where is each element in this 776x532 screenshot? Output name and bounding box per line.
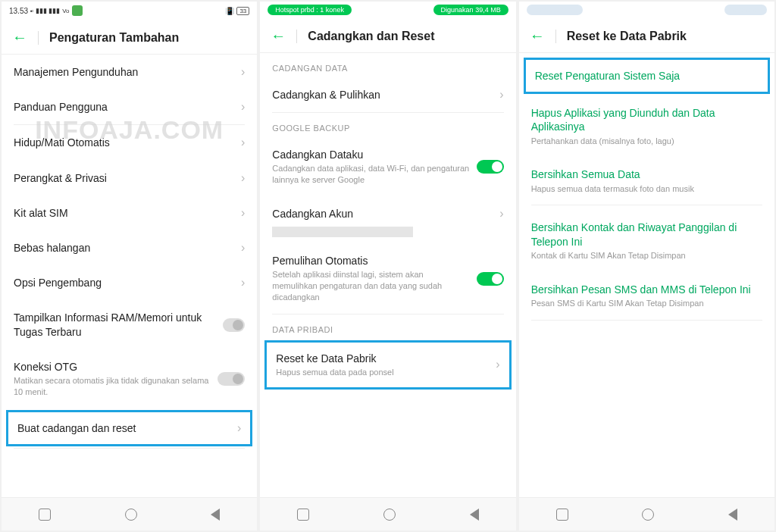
row-label: Hapus Aplikasi yang Diunduh dan Data Apl…: [531, 106, 756, 133]
header-divider: [555, 30, 556, 43]
pill-hotspot[interactable]: Hotspot prbd : 1 konek: [268, 5, 352, 15]
nav-recents-icon[interactable]: [39, 509, 51, 521]
row-label: Tampilkan Informasi RAM/Memori untuk Tug…: [14, 311, 223, 338]
section-private-data: DATA PRIBADI: [260, 315, 515, 339]
header-divider: [296, 30, 297, 43]
row-backup-reset[interactable]: Buat cadangan dan reset ›: [8, 412, 250, 444]
row-label: Hidup/Mati Otomatis: [14, 136, 110, 149]
row-label: Reset Pengaturan Sistem Saja: [535, 69, 680, 83]
row-sublabel: Matikan secara otomatis jika tidak digun…: [14, 375, 211, 398]
nav-recents-icon[interactable]: [556, 509, 568, 521]
status-pills: Hotspot prbd : 1 konek Digunakan 39,4 MB: [260, 2, 515, 18]
chevron-right-icon: ›: [241, 136, 245, 149]
section-backup-data: CADANGAN DATA: [260, 53, 515, 77]
row-label: Manajemen Pengunduhan: [14, 65, 138, 79]
header: ← Reset ke Data Pabrik: [519, 18, 774, 52]
row-erase-downloaded-apps[interactable]: Hapus Aplikasi yang Diunduh dan Data Apl…: [519, 95, 774, 157]
row-erase-contacts[interactable]: Bersihkan Kontak dan Riwayat Panggilan d…: [519, 205, 774, 271]
header: ← Cadangkan dan Reset: [260, 18, 515, 52]
row-device-privacy[interactable]: Perangkat & Privasi ›: [2, 161, 257, 196]
row-developer-options[interactable]: Opsi Pengembang ›: [2, 265, 257, 300]
row-label: Kit alat SIM: [14, 206, 68, 220]
header: ← Pengaturan Tambahan: [2, 20, 257, 54]
back-arrow-icon[interactable]: ←: [271, 27, 286, 45]
nav-recents-icon[interactable]: [297, 509, 309, 521]
row-sim-toolkit[interactable]: Kit alat SIM ›: [2, 196, 257, 230]
nav-back-icon[interactable]: [211, 509, 220, 521]
pill-data-usage[interactable]: Digunakan 39,4 MB: [433, 5, 508, 15]
nav-home-icon[interactable]: [642, 509, 654, 521]
highlight-reset-system: Reset Pengaturan Sistem Saja: [524, 58, 770, 94]
row-label: Opsi Pengembang: [14, 276, 102, 289]
back-arrow-icon[interactable]: ←: [12, 29, 27, 46]
page-title: Reset ke Data Pabrik: [567, 30, 687, 43]
page-title: Cadangkan dan Reset: [308, 30, 434, 43]
screen-factory-reset: xxxxxxxxxxxx xxxxxxxx ← Reset ke Data Pa…: [519, 2, 774, 530]
nav-home-icon[interactable]: [383, 509, 396, 521]
row-accessibility[interactable]: Bebas halangan ›: [2, 230, 257, 265]
pill-hotspot: xxxxxxxxxxxx: [527, 5, 583, 15]
highlight-factory-reset: Reset ke Data Pabrik Hapus semua data pa…: [264, 340, 511, 390]
row-label: Pemulihan Otomatis: [272, 254, 470, 268]
toggle-otg[interactable]: [217, 372, 245, 386]
row-download-management[interactable]: Manajemen Pengunduhan ›: [2, 55, 257, 89]
status-bar: 13.53 ▪▫ ▮▮▮ ▮▮▮ Vo 📳 33: [2, 2, 257, 20]
row-auto-onoff[interactable]: Hidup/Mati Otomatis ›: [2, 125, 257, 160]
toggle-backup-data[interactable]: [477, 160, 504, 174]
row-label: Bersihkan Semua Data: [531, 167, 756, 181]
nav-back-icon[interactable]: [470, 509, 479, 521]
back-arrow-icon[interactable]: ←: [530, 27, 545, 45]
row-label: Reset ke Data Pabrik: [276, 352, 490, 365]
row-otg[interactable]: Koneksi OTG Matikan secara otomatis jika…: [2, 349, 257, 408]
chevron-right-icon: ›: [241, 100, 245, 114]
chevron-right-icon: ›: [241, 276, 245, 289]
row-ram-info[interactable]: Tampilkan Informasi RAM/Memori untuk Tug…: [2, 300, 257, 349]
navigation-bar: [260, 497, 515, 530]
navigation-bar: [519, 497, 774, 530]
row-erase-all-data[interactable]: Bersihkan Semua Data Hapus semua data te…: [519, 157, 774, 205]
status-pills: xxxxxxxxxxxx xxxxxxxx: [519, 2, 774, 18]
row-label: Cadangkan & Pulihkan: [272, 88, 380, 102]
volte-icon: Vo: [62, 8, 69, 14]
pill-data-usage: xxxxxxxx: [724, 5, 767, 15]
row-label: Bersihkan Pesan SMS dan MMS di Telepon I…: [531, 283, 756, 296]
nav-back-icon[interactable]: [728, 509, 737, 521]
highlight-backup-reset: Buat cadangan dan reset ›: [6, 410, 252, 446]
row-factory-reset[interactable]: Reset ke Data Pabrik Hapus semua data pa…: [267, 343, 508, 387]
chevron-right-icon: ›: [499, 207, 503, 221]
vibrate-icon: 📳: [225, 7, 234, 15]
row-label: Bersihkan Kontak dan Riwayat Panggilan d…: [531, 221, 756, 248]
toggle-ram[interactable]: [223, 318, 245, 332]
row-user-guide[interactable]: Panduan Pengguna ›: [2, 89, 257, 124]
chevron-right-icon: ›: [241, 206, 245, 220]
chevron-right-icon: ›: [499, 88, 503, 102]
row-sublabel: Hapus semua data termasuk foto dan musik: [531, 183, 756, 195]
page-title: Pengaturan Tambahan: [49, 31, 179, 45]
signal-bars-icon: ▮▮▮ ▮▮▮: [36, 7, 61, 14]
row-backup-my-data[interactable]: Cadangkan Dataku Cadangkan data aplikasi…: [260, 137, 515, 196]
row-erase-sms[interactable]: Bersihkan Pesan SMS dan MMS di Telepon I…: [519, 272, 774, 320]
chevron-right-icon: ›: [241, 241, 245, 255]
row-sublabel: Cadangkan data aplikasi, data Wi-Fi, dan…: [272, 163, 470, 186]
row-label: Cadangkan Akun: [272, 207, 353, 221]
row-backup-account[interactable]: Cadangkan Akun ›: [260, 196, 515, 224]
row-sublabel: Hapus semua data pada ponsel: [276, 367, 490, 378]
header-divider: [38, 31, 39, 45]
row-label: Bebas halangan: [14, 241, 90, 255]
chevron-right-icon: ›: [241, 65, 245, 79]
row-label: Koneksi OTG: [14, 360, 211, 374]
row-backup-restore[interactable]: Cadangkan & Pulihkan ›: [260, 77, 515, 112]
row-label: Panduan Pengguna: [14, 100, 108, 114]
nav-home-icon[interactable]: [125, 509, 137, 521]
status-time: 13.53: [9, 7, 28, 15]
row-reset-system-only[interactable]: Reset Pengaturan Sistem Saja: [526, 60, 768, 92]
row-sublabel: Pertahankan data (misalnya foto, lagu): [531, 136, 756, 147]
toggle-auto-restore[interactable]: [477, 272, 504, 286]
row-sublabel: Kontak di Kartu SIM Akan Tetap Disimpan: [531, 250, 756, 261]
row-sublabel: Pesan SMS di Kartu SIM Akan Tetap Disimp…: [531, 298, 756, 309]
battery-indicator: 33: [236, 7, 249, 15]
row-label: Cadangkan Dataku: [272, 148, 470, 161]
message-icon: [72, 5, 83, 16]
row-auto-restore[interactable]: Pemulihan Otomatis Setelah aplikasi diin…: [260, 243, 515, 314]
navigation-bar: [2, 497, 257, 530]
